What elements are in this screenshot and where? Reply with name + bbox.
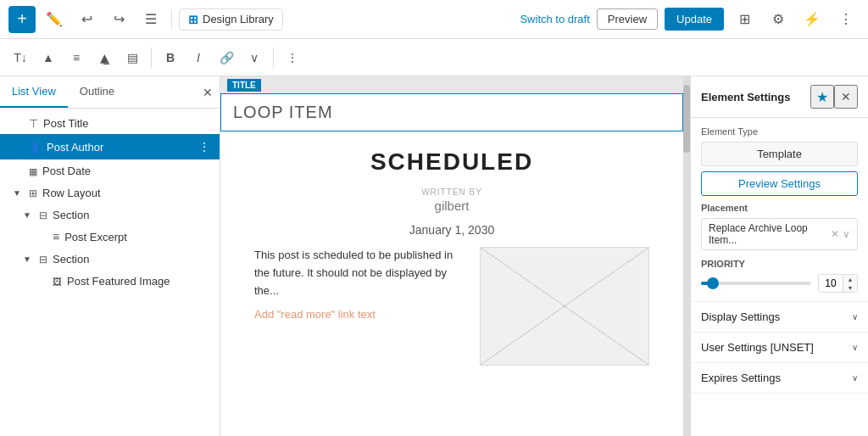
text-underline-button[interactable]: ▲̲ <box>91 44 118 71</box>
template-button[interactable]: Template <box>701 142 858 166</box>
panel-close-button[interactable]: ✕ <box>196 81 220 104</box>
priority-input[interactable] <box>819 276 843 291</box>
text-align-left-button[interactable]: ≡ <box>63 44 90 71</box>
priority-slider[interactable] <box>701 282 811 285</box>
view-toggle-button[interactable]: ⊞ <box>731 6 758 33</box>
tree-item-post-date[interactable]: Post Date <box>0 159 220 182</box>
canvas-wrapper: TITLE LOOP ITEM SCHEDULED WRITTEN BY gil… <box>220 76 690 436</box>
display-settings-section[interactable]: Display Settings ∨ <box>691 302 868 333</box>
text-tools-group: T↓ ▲ ≡ ▲̲ ▤ <box>7 44 146 71</box>
priority-arrows: ▲ ▼ <box>843 275 857 292</box>
priority-value: ▲ ▼ <box>818 274 858 293</box>
top-bar-left: + ✏️ ↩ ↪ ☰ ⊞ Design Library <box>8 6 515 33</box>
more-tools-button[interactable]: ⋮ <box>279 44 306 71</box>
toggle-section-2[interactable] <box>20 252 34 266</box>
toggle-row-layout[interactable] <box>10 186 24 199</box>
settings-button[interactable]: ⚙ <box>765 6 792 33</box>
placement-clear-button[interactable]: ✕ <box>831 228 839 240</box>
preview-button[interactable]: Preview <box>597 8 658 30</box>
tree-item-section-1[interactable]: Section <box>0 204 220 226</box>
text-size-up-button[interactable]: ▲ <box>35 44 62 71</box>
post-title-display: SCHEDULED <box>246 148 658 176</box>
section-2-icon <box>39 252 47 266</box>
tree-item-section-2[interactable]: Section <box>0 248 220 270</box>
section-1-label: Section <box>53 209 213 221</box>
post-title-label: Post Title <box>43 117 213 130</box>
list-view-toggle[interactable]: ☰ <box>137 6 164 33</box>
plugins-button[interactable]: ⚡ <box>798 6 826 33</box>
toggle-post-author <box>10 140 24 154</box>
tree-item-post-author[interactable]: Post Author ⋮ <box>0 134 220 159</box>
priority-down-button[interactable]: ▼ <box>843 283 857 292</box>
loop-item-box[interactable]: LOOP ITEM <box>220 93 683 131</box>
post-excerpt-label: Post Excerpt <box>64 231 213 243</box>
more-formats-button[interactable]: ∨ <box>241 44 268 71</box>
priority-thumb[interactable] <box>707 277 719 289</box>
design-library-button[interactable]: ⊞ Design Library <box>179 8 283 31</box>
favorite-button[interactable]: ★ <box>810 85 834 109</box>
italic-button[interactable]: I <box>185 44 212 71</box>
post-featured-image-icon <box>53 274 62 288</box>
priority-row: ▲ ▼ <box>701 274 858 293</box>
tab-list-view[interactable]: List View <box>0 76 68 108</box>
more-options-button[interactable]: ⋮ <box>832 6 860 33</box>
priority-up-button[interactable]: ▲ <box>843 275 857 283</box>
element-type-section: Element Type Template Preview Settings P… <box>691 118 868 302</box>
tree-item-post-featured-image[interactable]: Post Featured Image <box>0 270 220 292</box>
read-more-link[interactable]: Add "read more" link text <box>254 306 463 324</box>
featured-image-placeholder <box>480 247 649 366</box>
tab-outline[interactable]: Outline <box>68 76 126 108</box>
tree-item-post-title[interactable]: Post Title <box>0 112 220 134</box>
priority-label: PRIORITY <box>701 259 858 269</box>
format-tools-group: B I 🔗 ∨ <box>157 44 268 71</box>
section-1-icon <box>39 208 47 221</box>
edit-tool-button[interactable]: ✏️ <box>41 6 68 33</box>
toggle-post-date <box>10 164 24 177</box>
written-by-label: WRITTEN BY <box>246 187 658 197</box>
text-block-button[interactable]: ▤ <box>119 44 146 71</box>
left-panel: List View Outline ✕ Post Title Post Auth… <box>0 76 220 436</box>
tree-item-post-excerpt[interactable]: Post Excerpt <box>0 226 220 248</box>
toggle-post-title <box>10 116 24 130</box>
switch-draft-button[interactable]: Switch to draft <box>520 13 589 25</box>
scrollbar[interactable] <box>683 76 690 436</box>
top-bar-right: Switch to draft Preview Update ⊞ ⚙ ⚡ ⋮ <box>520 6 860 33</box>
preview-settings-button[interactable]: Preview Settings <box>701 171 858 196</box>
link-button[interactable]: 🔗 <box>213 44 240 71</box>
right-panel-header: Element Settings ★ ✕ <box>691 76 868 118</box>
post-author-label: Post Author <box>47 141 191 154</box>
post-author-options-button[interactable]: ⋮ <box>196 138 213 155</box>
author-name: gilbert <box>246 198 658 213</box>
main-layout: List View Outline ✕ Post Title Post Auth… <box>0 76 868 436</box>
tree-item-row-layout[interactable]: Row Layout <box>0 182 220 204</box>
top-bar: + ✏️ ↩ ↪ ☰ ⊞ Design Library Switch to dr… <box>0 0 868 39</box>
bold-button[interactable]: B <box>157 44 184 71</box>
scrollbar-thumb[interactable] <box>683 85 690 153</box>
toggle-section-1[interactable] <box>20 208 34 221</box>
placement-value: Replace Archive Loop Item... <box>709 222 827 246</box>
post-date-display: January 1, 2030 <box>246 223 658 237</box>
redo-button[interactable]: ↪ <box>105 6 132 33</box>
post-content: SCHEDULED WRITTEN BY gilbert January 1, … <box>220 131 683 383</box>
close-right-panel-button[interactable]: ✕ <box>834 85 858 109</box>
user-settings-arrow: ∨ <box>852 343 858 352</box>
undo-button[interactable]: ↩ <box>73 6 100 33</box>
add-block-button[interactable]: + <box>8 6 36 33</box>
placement-dropdown-button[interactable]: ∨ <box>843 228 850 240</box>
post-date-icon <box>29 164 37 177</box>
expires-settings-section[interactable]: Expires Settings ∨ <box>691 363 868 394</box>
row-layout-icon <box>29 186 37 199</box>
right-panel: Element Settings ★ ✕ Element Type Templa… <box>690 76 868 436</box>
text-align-button[interactable]: T↓ <box>7 44 34 71</box>
expires-settings-title: Expires Settings <box>701 372 852 384</box>
user-settings-section[interactable]: User Settings [UNSET] ∨ <box>691 333 868 363</box>
design-library-label: Design Library <box>203 13 274 25</box>
post-excerpt-icon <box>53 230 59 243</box>
toolbar-separator <box>151 48 152 68</box>
placement-input[interactable]: Replace Archive Loop Item... ✕ ∨ <box>701 218 858 250</box>
element-type-label: Element Type <box>701 126 858 137</box>
post-date-label: Post Date <box>42 165 213 177</box>
post-title-icon <box>29 116 38 130</box>
toggle-post-featured-image <box>34 274 47 288</box>
update-button[interactable]: Update <box>665 8 724 31</box>
